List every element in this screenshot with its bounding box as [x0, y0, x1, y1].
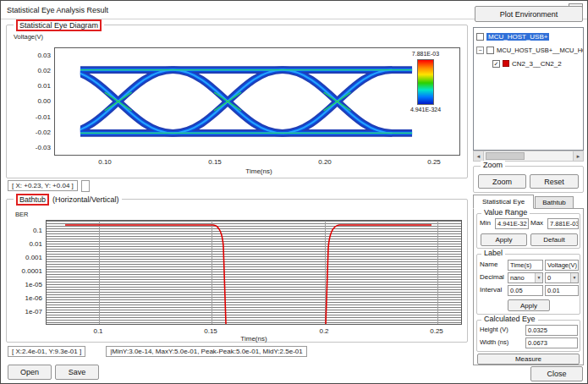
name-x-field[interactable]: Time(s)	[508, 260, 543, 271]
bathtub-status-row: [ X:2.4e-01, Y:9.3e-01 ] |MinY:3.0e-14, …	[8, 346, 307, 357]
eye-cursor-status: [ X: +0.23, Y: +0.04 ]	[8, 180, 78, 191]
eye-status-spacer	[81, 180, 90, 192]
scrollbar-thumb[interactable]	[486, 152, 525, 160]
decimal-y-dropdown[interactable]: 0 ▼	[545, 272, 579, 283]
value-range-group: Value Range Min 4.941E-32 Max 7.881E-03 …	[476, 213, 580, 249]
bathtub-x-axis-label: Time(ns)	[228, 335, 279, 343]
bathtub-y-tick: 0.01	[10, 240, 42, 248]
name-y-field[interactable]: Voltage(V)	[545, 260, 579, 271]
eye-x-tick: 0.15	[202, 158, 228, 166]
reset-button[interactable]: Reset	[530, 174, 579, 189]
calculated-eye-group: Calculated Eye Height (V) 0.0325 Width (…	[476, 320, 580, 352]
window-title: Statistical Eye Analysis Result	[7, 6, 108, 14]
check-glyph: ✓	[494, 61, 499, 67]
bathtub-x-tick: 0.25	[424, 327, 449, 335]
bathtub-y-tick: 0.1	[10, 227, 42, 234]
zoom-button[interactable]: Zoom	[478, 174, 526, 189]
dropdown-arrow-icon[interactable]: ▼	[535, 273, 542, 283]
save-button[interactable]: Save	[55, 365, 99, 380]
interval-x-field[interactable]: 0.05	[508, 285, 543, 296]
eye-x-tick: 0.10	[92, 158, 118, 166]
zoom-group: Zoom Zoom Reset	[473, 166, 584, 193]
open-button[interactable]: Open	[8, 365, 52, 380]
bathtub-stats-status: |MinY:3.0e-14, MaxY:5.0e-01, Peak-Peak:5…	[106, 346, 307, 357]
bathtub-cursor-status: [ X:2.4e-01, Y:9.3e-01 ]	[8, 346, 85, 357]
bathtub-x-tick: 0.15	[198, 327, 223, 335]
bathtub-x-tick: 0.2	[311, 327, 337, 335]
min-value-field[interactable]: 4.941E-32	[495, 218, 529, 229]
eye-width-value: 0.0673	[525, 337, 578, 348]
eye-y-tick: -0.01	[19, 113, 51, 121]
eye-diagram-group-label: Statistical Eye Diagram	[14, 19, 104, 31]
tree-item-label[interactable]: CN2_3__CN2_2	[512, 60, 562, 68]
name-label: Name	[480, 259, 507, 270]
statistical-eye-tab-panel: Value Range Min 4.941E-32 Max 7.881E-03 …	[473, 208, 584, 365]
max-value-field[interactable]: 7.881E-03	[547, 218, 579, 229]
decimal-y-value: 0	[547, 274, 551, 282]
tree-item-mcu-host-usb-pair[interactable]: − MCU_HOST_USB+__MCU_HO	[474, 43, 583, 57]
tree-checkbox[interactable]	[476, 33, 484, 41]
bathtub-group: Bathtub (Horizontal/Vertical) BER 0.1 0.…	[6, 199, 468, 343]
eye-x-tick: 0.25	[421, 158, 447, 166]
bathtub-plot-canvas[interactable]	[46, 220, 462, 325]
eye-plot-canvas[interactable]: 7.881E-03 4.941E-324	[54, 47, 460, 156]
decimal-x-dropdown[interactable]: nano ▼	[508, 272, 543, 283]
bathtub-group-label: Bathtub (Horizontal/Vertical)	[14, 194, 122, 206]
eye-x-axis-label: Time(ns)	[234, 167, 284, 175]
tree-item-label[interactable]: MCU_HOST_USB+__MCU_HO	[497, 47, 584, 54]
tab-statistical-eye[interactable]: Statistical Eye	[473, 195, 534, 209]
tree-item-mcu-host-usb[interactable]: MCU_HOST_USB+	[474, 30, 583, 43]
scrollbar-track[interactable]	[484, 151, 573, 161]
eye-height-label: Height (V)	[480, 324, 524, 335]
bathtub-y-tick: 1e-05	[10, 281, 42, 288]
tab-bathtub[interactable]: Bathtub	[535, 196, 574, 209]
tree-item-label[interactable]: MCU_HOST_USB+	[486, 33, 549, 41]
close-button[interactable]: Close	[530, 366, 583, 381]
interval-y-field[interactable]: 0.01	[545, 285, 579, 296]
value-range-default-button[interactable]: Default	[530, 233, 578, 246]
eye-y-axis-label: Voltage(V)	[14, 33, 43, 41]
eye-width-label: Width (ns)	[480, 337, 524, 348]
eye-y-tick: -0.03	[19, 144, 51, 151]
bathtub-y-axis-label: BER	[15, 211, 28, 218]
collapse-glyph: −	[478, 47, 481, 53]
value-range-apply-button[interactable]: Apply	[481, 233, 527, 246]
dropdown-glyph: ▼	[537, 273, 541, 283]
plot-environment-button[interactable]: Plot Environment	[475, 6, 583, 22]
decimal-label: Decimal	[480, 272, 507, 283]
eye-y-tick: 0.02	[19, 67, 51, 74]
eye-diagram-label-annotation: Statistical Eye Diagram	[16, 19, 102, 31]
collapse-icon[interactable]: −	[476, 47, 484, 54]
eye-y-tick: 0.00	[19, 97, 51, 105]
statistical-eye-analysis-dialog: Statistical Eye Analysis Result ✕ Statis…	[0, 0, 588, 384]
colorbar: 7.881E-03 4.941E-324	[397, 51, 454, 113]
eye-status-row: [ X: +0.23, Y: +0.04 ]	[8, 180, 90, 192]
calculated-eye-label: Calculated Eye	[481, 315, 538, 323]
scroll-right-glyph: ►	[576, 154, 581, 159]
signal-tree: MCU_HOST_USB+ − MCU_HOST_USB+__MCU_HO ✓ …	[473, 27, 584, 151]
measure-button[interactable]: Measure	[477, 354, 580, 365]
label-apply-button[interactable]: Apply	[508, 299, 550, 311]
eye-y-tick: 0.01	[19, 82, 51, 90]
tree-item-cn2-3-cn2-2[interactable]: ✓ CN2_3__CN2_2	[474, 57, 583, 70]
bathtub-y-tick: 1e-06	[10, 294, 42, 302]
bathtub-curve-graphic	[47, 221, 461, 324]
bathtub-label-rest: (Horizontal/Vertical)	[52, 195, 119, 204]
bathtub-x-tick: 0.1	[85, 327, 111, 335]
max-label: Max	[530, 217, 547, 228]
bathtub-y-tick: 1e-07	[10, 308, 42, 315]
tree-checkbox[interactable]	[486, 47, 494, 54]
colorbar-min-label: 4.941E-324	[397, 107, 454, 113]
eye-height-value: 0.0325	[525, 325, 578, 336]
scroll-right-icon[interactable]: ►	[573, 151, 583, 161]
eye-y-tick: -0.02	[19, 129, 51, 136]
dropdown-arrow-icon[interactable]: ▼	[570, 273, 578, 283]
bathtub-y-tick: 0.001	[10, 254, 42, 261]
tree-checkbox-checked[interactable]: ✓	[492, 60, 500, 68]
dropdown-glyph: ▼	[573, 273, 577, 283]
scroll-left-icon[interactable]: ◄	[474, 151, 484, 161]
colorbar-max-label: 7.881E-03	[397, 51, 454, 58]
zoom-group-label: Zoom	[481, 161, 505, 169]
scroll-left-glyph: ◄	[476, 154, 481, 159]
eye-y-tick: 0.03	[19, 52, 51, 59]
